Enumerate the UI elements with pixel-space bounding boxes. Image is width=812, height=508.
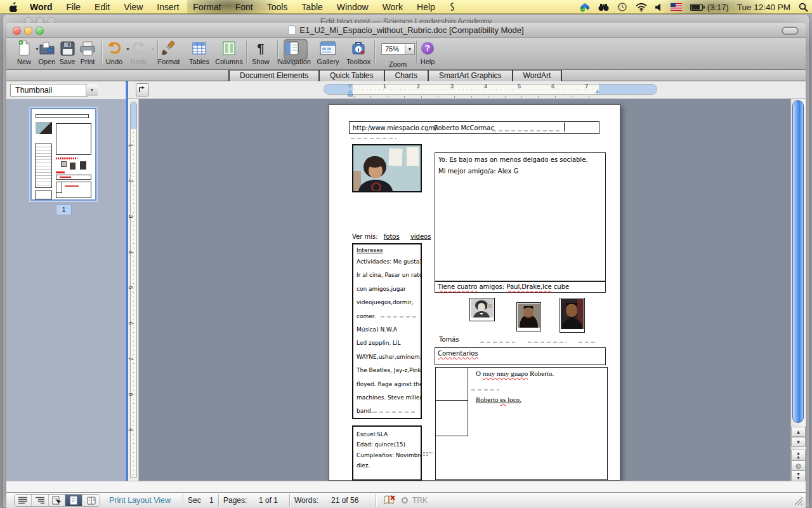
menu-item[interactable]: File (60, 2, 88, 12)
fotos-link[interactable]: fotos (384, 233, 400, 240)
zoom-input[interactable]: 75% (381, 43, 405, 55)
table-gridline (468, 367, 468, 436)
draft-view-button[interactable] (15, 495, 32, 506)
binoculars-menu-icon[interactable] (598, 3, 609, 11)
publishing-layout-view-button[interactable] (49, 495, 66, 506)
redo-dropdown-arrow: ▼ (150, 47, 155, 51)
navigation-button[interactable]: Navigation (278, 39, 306, 65)
gallery-tab[interactable]: Quick Tables (320, 70, 383, 81)
escuela-box[interactable]: Escuel:SLAEdad: quince(15)Cumpleaños: No… (352, 425, 422, 481)
ruler-number: 4 (128, 250, 134, 253)
thumbnail-preview (80, 161, 86, 170)
apple-menu-icon[interactable] (10, 2, 18, 12)
comentarios-title: Comentarios (438, 350, 478, 357)
applescript-menu-icon[interactable] (449, 3, 458, 12)
menu-item[interactable]: Font (228, 2, 260, 12)
menu-item[interactable]: Work (376, 2, 410, 12)
resize-grip[interactable] (793, 495, 803, 508)
menu-app-word[interactable]: Word (23, 2, 60, 12)
toolbox-button[interactable]: Toolbox (344, 39, 372, 65)
words-value[interactable]: 21 of 56 (331, 496, 358, 505)
menu-item[interactable]: Insert (150, 2, 186, 12)
menu-item[interactable]: Tools (260, 2, 295, 12)
outline-view-button[interactable] (32, 495, 49, 506)
menu-item[interactable]: Edit (88, 2, 117, 12)
section-label: Sec (188, 496, 201, 505)
comment-text: Roberto (476, 396, 500, 403)
left-indent-marker[interactable] (348, 94, 353, 97)
tab-stop-selector[interactable] (136, 83, 149, 97)
time-machine-menu-icon[interactable] (617, 2, 627, 12)
toolbox-icon (344, 39, 372, 57)
videos-link[interactable]: videos (410, 233, 431, 240)
friend-photo-drake[interactable] (516, 302, 541, 331)
toolbar-toggle-pill[interactable] (782, 27, 799, 35)
sidebar-view-selector[interactable]: Thumbnail ▼ (10, 84, 88, 97)
notebook-layout-view-button[interactable] (82, 495, 100, 506)
menubar-clock[interactable]: Tue 12:40 PM (737, 3, 790, 12)
ruler-number: 1 (383, 83, 386, 90)
section-value[interactable]: 1 (209, 496, 214, 505)
comments-table[interactable] (435, 367, 608, 480)
view-mode-label[interactable]: Print Layout View (109, 496, 171, 505)
horizontal-scrollbar[interactable] (6, 481, 806, 492)
hanging-indent-marker[interactable] (348, 90, 353, 93)
menu-item[interactable]: Window (330, 2, 376, 12)
format-button[interactable]: Format (155, 39, 183, 65)
input-language-flag-icon[interactable] (671, 3, 682, 11)
profile-photo[interactable] (352, 144, 422, 192)
minimize-button[interactable] (24, 27, 32, 35)
close-button[interactable] (13, 27, 21, 35)
tables-button[interactable]: Tables (185, 39, 213, 65)
battery-time: (3:17) (707, 3, 729, 12)
thumbnail-preview (36, 122, 52, 134)
menu-item[interactable]: Format (186, 2, 228, 12)
menu-item[interactable]: View (117, 2, 150, 12)
redo-button[interactable]: Redo (125, 39, 153, 65)
gallery-tab[interactable]: Charts (385, 70, 428, 81)
intereses-box[interactable]: Intereses Actividades: Me gusta)Ir al ci… (352, 243, 422, 419)
dropbox-menu-icon[interactable] (580, 3, 590, 12)
wifi-menu-icon[interactable] (636, 3, 647, 11)
zoom-button[interactable] (36, 27, 44, 35)
ver-mis-label: Ver mis: (352, 233, 378, 240)
select-browse-object-button[interactable]: ◎ (791, 460, 806, 471)
placeholder-dashes (579, 342, 598, 343)
friend-photo-paul[interactable] (469, 298, 495, 321)
friend-photo-ice-cube[interactable] (560, 298, 585, 333)
pages-value[interactable]: 1 of 1 (259, 496, 278, 505)
undo-button[interactable]: Undo (100, 39, 128, 65)
spelling-status-icon[interactable] (383, 495, 396, 508)
rec-status-icon[interactable] (402, 497, 408, 504)
view-switcher (14, 494, 100, 507)
columns-button[interactable]: Columns (215, 39, 243, 65)
print-button[interactable]: Print (74, 39, 102, 65)
browse-previous-button[interactable]: ▲▲ (791, 450, 806, 460)
scrollbar-thumb[interactable] (792, 100, 804, 423)
gallery-tab[interactable]: SmartArt Graphics (429, 70, 512, 81)
help-button[interactable]: ? Help (414, 39, 442, 65)
scroll-down-button[interactable]: ▼ (791, 437, 806, 447)
volume-menu-icon[interactable] (655, 3, 662, 11)
thumbnail-page-number[interactable]: 1 (56, 204, 72, 215)
show-button[interactable]: ¶ Show (247, 39, 275, 65)
sidebar-dropdown-arrow[interactable]: ▼ (86, 84, 98, 96)
first-line-indent-marker[interactable] (348, 84, 353, 88)
gallery-tab[interactable]: WordArt (513, 70, 561, 81)
page-thumbnail[interactable] (30, 108, 96, 201)
scroll-up-button[interactable]: ▲ (791, 427, 806, 437)
ruler-number: 5 (128, 286, 134, 289)
battery-indicator[interactable]: (3:17) (690, 3, 729, 12)
track-changes-indicator[interactable]: TRK (412, 496, 428, 505)
spotlight-search-icon[interactable] (799, 3, 808, 12)
window-title: E1_U2_Mi_Espacio_without_Rubric.doc [Com… (288, 25, 523, 35)
gallery-tab[interactable]: Document Elements (230, 70, 318, 81)
right-indent-marker[interactable] (595, 90, 600, 93)
thumbnail-preview (35, 190, 52, 199)
menu-item[interactable]: Table (294, 2, 329, 12)
gallery-button[interactable]: Gallery (314, 39, 342, 65)
print-layout-view-button[interactable] (65, 495, 82, 506)
browse-next-button[interactable]: ▼▼ (791, 471, 806, 481)
menu-item[interactable]: Help (410, 2, 442, 12)
thumbnail-preview (60, 177, 71, 178)
